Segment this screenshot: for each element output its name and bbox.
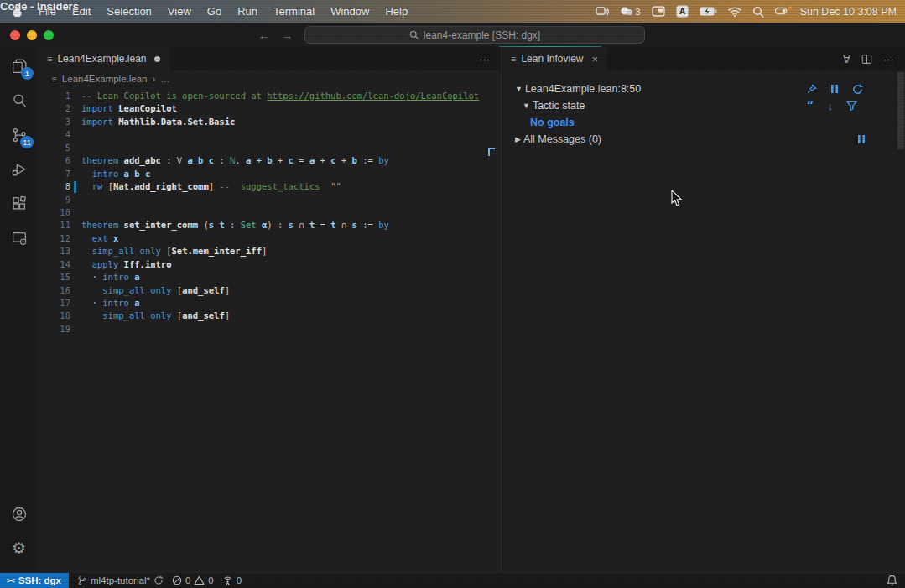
spotlight-icon[interactable] — [752, 6, 764, 18]
code-line-text[interactable] — [70, 128, 81, 141]
code-line-text[interactable] — [70, 206, 81, 219]
editor-group: ≡ Lean4Example.lean ··· ≡ Lean4Example.l… — [38, 47, 502, 572]
code-editor[interactable]: 1-- Lean Copilot is open-sourced at http… — [38, 87, 501, 336]
split-editor-icon[interactable] — [861, 54, 872, 65]
no-goals-text: No goals — [530, 117, 575, 128]
breadcrumb-symbol[interactable]: … — [160, 74, 170, 84]
all-messages-row[interactable]: ▶ All Messages (0) — [515, 131, 893, 148]
screen-mirroring-icon[interactable] — [596, 6, 609, 18]
battery-icon[interactable] — [700, 7, 717, 16]
pin-icon[interactable] — [807, 84, 817, 94]
code-line-text[interactable]: simp_all only [and_self] — [70, 310, 230, 322]
activitybar-search[interactable] — [0, 83, 38, 117]
line-number: 2 — [38, 102, 70, 115]
infoview-position-row[interactable]: ▼ Lean4Example.lean:8:50 — [515, 81, 893, 97]
more-actions-icon[interactable]: ··· — [479, 53, 490, 65]
code-line-text[interactable] — [70, 194, 81, 206]
bell-icon[interactable] — [887, 575, 897, 586]
code-line-text[interactable]: theorem set_inter_comm (s t : Set α) : s… — [70, 219, 389, 232]
code-line-text[interactable]: simp_all only [and_self] — [70, 284, 230, 297]
code-line[interactable]: 13 simp_all only [Set.mem_inter_iff] — [38, 245, 501, 258]
tab-lean-infoview[interactable]: ≡ Lean Infoview × — [502, 47, 607, 70]
code-line[interactable]: 8 rw [Nat.add_right_comm] -- suggest_tac… — [38, 180, 501, 193]
pause-icon[interactable] — [830, 84, 839, 94]
activitybar-run-debug[interactable] — [0, 152, 38, 186]
problems-status[interactable]: 0 0 — [172, 575, 214, 585]
chevron-down-icon[interactable]: ▼ — [515, 85, 523, 93]
code-line[interactable]: 19 — [38, 323, 501, 336]
copy-quote-icon[interactable]: “ — [807, 101, 814, 110]
search-icon — [409, 30, 419, 39]
activitybar-accounts[interactable] — [0, 497, 38, 531]
wifi-icon[interactable] — [728, 7, 741, 17]
minimize-window-button[interactable] — [27, 30, 37, 40]
code-line[interactable]: 12 ext x — [38, 232, 501, 245]
chevron-right-icon[interactable]: ▶ — [515, 135, 521, 143]
ports-status[interactable]: 0 — [222, 575, 242, 586]
code-line[interactable]: 2import LeanCopilot — [38, 102, 501, 115]
activitybar-settings[interactable]: ⚙ — [0, 531, 38, 565]
more-actions-icon[interactable]: ··· — [883, 53, 894, 65]
activitybar-remote-explorer[interactable] — [0, 221, 38, 255]
screen: Code - InsidersFileEditSelectionViewGoRu… — [0, 0, 905, 588]
forward-icon[interactable]: → — [281, 29, 293, 42]
code-line[interactable]: 18 simp_all only [and_self] — [38, 310, 501, 322]
activitybar-explorer[interactable]: 1 — [0, 49, 38, 83]
remote-indicator[interactable]: >< SSH: dgx — [0, 573, 69, 588]
code-line-text[interactable] — [70, 142, 81, 154]
code-line-text[interactable]: · intro a — [70, 271, 140, 284]
close-window-button[interactable] — [10, 30, 20, 40]
code-line[interactable]: 1-- Lean Copilot is open-sourced at http… — [38, 90, 501, 102]
close-icon[interactable]: × — [591, 53, 598, 65]
code-line[interactable]: 6theorem add_abc : ∀ a b c : ℕ, a + b + … — [38, 154, 501, 167]
branch-status[interactable]: ml4tp-tutorial* — [77, 575, 164, 586]
command-center[interactable]: lean4-example [SSH: dgx] — [304, 26, 645, 44]
arrow-down-icon[interactable]: ↓ — [828, 100, 834, 112]
code-line[interactable]: 11theorem set_inter_comm (s t : Set α) :… — [38, 219, 501, 232]
code-line-text[interactable]: intro a b c — [70, 168, 150, 180]
pause-icon[interactable] — [857, 134, 866, 144]
input-source-icon[interactable]: A — [676, 5, 689, 18]
refresh-icon[interactable] — [852, 84, 863, 95]
code-line-text[interactable]: rw [Nat.add_right_comm] -- suggest_tacti… — [70, 180, 341, 193]
code-line[interactable]: 9 — [38, 194, 501, 206]
code-line[interactable]: 10 — [38, 206, 501, 219]
code-line-text[interactable]: theorem add_abc : ∀ a b c : ℕ, a + b + c… — [70, 154, 389, 167]
breadcrumb[interactable]: ≡ Lean4Example.lean › … — [38, 70, 501, 87]
tactic-state-row[interactable]: ▼ Tactic state “ ↓ — [523, 97, 893, 114]
activitybar-extensions[interactable] — [0, 186, 38, 221]
control-center-icon[interactable] — [775, 7, 789, 17]
chevron-down-icon[interactable]: ▼ — [523, 101, 530, 110]
toggle-infoview-icon[interactable]: ∀ — [843, 53, 850, 65]
code-line[interactable]: 5 — [38, 142, 501, 154]
line-number: 9 — [38, 194, 70, 206]
zoom-window-button[interactable] — [44, 30, 54, 40]
code-line-text[interactable]: -- Lean Copilot is open-sourced at https… — [70, 90, 479, 102]
stage-manager-icon[interactable] — [652, 6, 665, 17]
code-line-text[interactable]: import LeanCopilot — [70, 102, 177, 115]
messages-icon[interactable]: 3 — [620, 6, 641, 17]
line-number: 16 — [38, 284, 70, 297]
scrollbar-thumb[interactable] — [897, 72, 904, 149]
code-line[interactable]: 15 · intro a — [38, 271, 501, 284]
code-line-text[interactable]: ext x — [70, 232, 118, 245]
code-line-text[interactable]: · intro a — [70, 297, 140, 310]
code-line[interactable]: 14 apply Iff.intro — [38, 258, 501, 271]
menubar-items: Code - InsidersFileEditSelectionViewGoRu… — [39, 5, 424, 18]
code-line[interactable]: 16 simp_all only [and_self] — [38, 284, 501, 297]
code-line-text[interactable]: apply Iff.intro — [70, 258, 172, 271]
code-line[interactable]: 17 · intro a — [38, 297, 501, 310]
code-line-text[interactable] — [70, 323, 81, 336]
tab-lean4example[interactable]: ≡ Lean4Example.lean — [38, 47, 169, 70]
dirty-indicator-icon[interactable] — [154, 56, 160, 62]
code-line-text[interactable]: simp_all only [Set.mem_inter_iff] — [70, 245, 267, 258]
code-line[interactable]: 3import Mathlib.Data.Set.Basic — [38, 116, 501, 128]
activitybar-source-control[interactable]: 11 — [0, 117, 38, 152]
code-line[interactable]: 4 — [38, 128, 501, 141]
filter-icon[interactable] — [846, 101, 857, 111]
webview-icon: ≡ — [511, 54, 516, 64]
breadcrumb-file[interactable]: Lean4Example.lean — [62, 74, 148, 84]
code-line-text[interactable]: import Mathlib.Data.Set.Basic — [70, 116, 235, 128]
back-icon[interactable]: ← — [258, 29, 270, 42]
code-line[interactable]: 7 intro a b c — [38, 168, 501, 180]
